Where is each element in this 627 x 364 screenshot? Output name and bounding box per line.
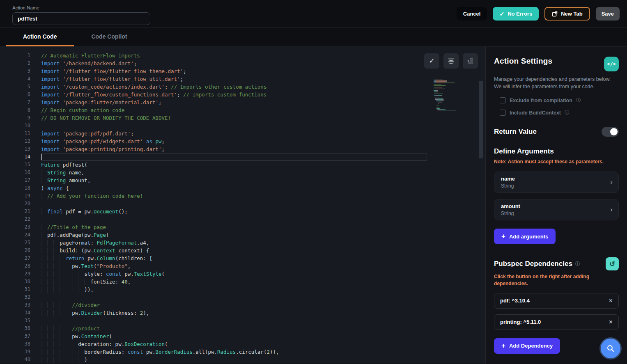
remove-dependency-icon[interactable]: × (609, 298, 613, 304)
action-name-input[interactable] (12, 12, 150, 25)
indent-code-button[interactable] (463, 53, 478, 69)
toggle-code-view-button[interactable]: </> (604, 57, 619, 71)
code-line[interactable]: 9// DO NOT REMOVE OR MODIFY THE CODE ABO… (0, 114, 485, 122)
code-line[interactable]: 2import '/backend/backend.dart'; (0, 60, 485, 67)
line-number: 34 (0, 309, 41, 317)
open-new-tab-icon (552, 11, 558, 17)
refresh-dependencies-button[interactable]: ↺ (606, 257, 619, 270)
code-line[interactable]: 19 // Add your function code here! (0, 192, 485, 200)
new-tab-button[interactable]: New Tab (544, 7, 590, 21)
code-line[interactable]: 25 pageFormat: PdfPageFormat.a4, (0, 239, 485, 247)
code-line[interactable]: 17 String amount, (0, 176, 485, 184)
return-value-label: Return Value (494, 128, 537, 136)
code-line[interactable]: 11import 'package:pdf/pdf.dart'; (0, 130, 485, 137)
line-content: style: const pw.TextStyle( (41, 270, 427, 278)
checkbox[interactable] (500, 110, 506, 116)
line-number: 14 (0, 153, 41, 161)
code-line[interactable]: 33 //divider (0, 301, 485, 309)
format-code-button[interactable] (443, 53, 459, 69)
line-content (41, 153, 427, 161)
no-errors-button[interactable]: ✓ No Errors (493, 7, 539, 21)
pubspec-header: Pubspec Dependencies ⓘ ↺ (494, 257, 619, 270)
minimap[interactable] (434, 79, 463, 112)
line-content: import '/custom_code/actions/index.dart'… (41, 83, 427, 91)
code-line[interactable]: 7import 'package:flutter/material.dart'; (0, 98, 485, 106)
code-line[interactable]: 35 (0, 317, 485, 325)
code-line[interactable]: 16 String name, (0, 169, 485, 176)
indent-icon (467, 57, 474, 64)
line-content: final pdf = pw.Document(); (41, 208, 427, 215)
line-content: pw.Text("Producto", (41, 262, 427, 270)
line-number: 40 (0, 356, 41, 364)
code-line[interactable]: 30 fontSize: 40, (0, 278, 485, 286)
line-content: ) (41, 356, 427, 364)
code-line[interactable]: 39 borderRadius: const pw.BorderRadius.a… (0, 348, 485, 356)
code-line[interactable]: 22 (0, 215, 485, 223)
line-number: 30 (0, 278, 41, 286)
line-number: 16 (0, 169, 41, 176)
text-cursor (41, 154, 42, 160)
argument-name: amount (501, 203, 612, 209)
line-content: // Automatic FlutterFlow imports (41, 52, 427, 60)
line-number: 39 (0, 348, 41, 356)
add-dependency-button[interactable]: + Add Dependency (494, 338, 560, 354)
scrollbar-thumb[interactable] (479, 81, 483, 158)
code-line[interactable]: 12import 'package:pdf/widgets.dart' as p… (0, 137, 485, 145)
code-line[interactable]: 37 pw.Container( (0, 332, 485, 340)
add-arguments-button[interactable]: + Add arguments (494, 229, 556, 244)
line-number: 1 (0, 52, 41, 60)
code-line[interactable]: 24 pdf.addPage(pw.Page( (0, 231, 485, 239)
argument-card[interactable]: nameString› (494, 172, 619, 193)
line-number: 17 (0, 176, 41, 184)
tab-code-copilot[interactable]: Code Copilot (74, 28, 144, 46)
line-content: String name, (41, 169, 427, 176)
code-line[interactable]: 8// Begin custom action code (0, 106, 485, 114)
line-content: import 'package:pdf/widgets.dart' as pw; (41, 137, 427, 145)
code-line[interactable]: 10 (0, 122, 485, 130)
code-line[interactable]: 5import '/custom_code/actions/index.dart… (0, 83, 485, 91)
search-fab[interactable] (601, 339, 620, 358)
code-line[interactable]: 40 ) (0, 356, 485, 364)
top-actions: Cancel ✓ No Errors New Tab Save (457, 7, 620, 21)
code-line[interactable]: 29 style: const pw.TextStyle( (0, 270, 485, 278)
checkbox[interactable] (500, 97, 506, 103)
code-line[interactable]: 38 decoration: pw.BoxDecoration( (0, 340, 485, 348)
info-icon: ⓘ (575, 261, 580, 268)
pubspec-title: Pubspec Dependencies (494, 260, 572, 268)
line-number: 19 (0, 192, 41, 200)
line-content: // DO NOT REMOVE OR MODIFY THE CODE ABOV… (41, 114, 427, 122)
code-line[interactable]: 28 pw.Text("Producto", (0, 262, 485, 270)
code-line[interactable]: 18) async { (0, 184, 485, 192)
code-line[interactable]: 31 )), (0, 286, 485, 293)
return-value-toggle[interactable] (602, 127, 619, 137)
code-line[interactable]: 1// Automatic FlutterFlow imports (0, 52, 485, 60)
code-line[interactable]: 13import 'package:printing/printing.dart… (0, 145, 485, 153)
code-line[interactable]: 6import '/flutter_flow/custom_functions.… (0, 91, 485, 98)
line-number: 27 (0, 254, 41, 262)
code-line[interactable]: 20 (0, 200, 485, 208)
line-content (41, 122, 427, 130)
code-line[interactable]: 26 build: (pw.Context context) { (0, 247, 485, 254)
validate-code-button[interactable]: ✓ (424, 53, 439, 69)
code-editor[interactable]: 1// Automatic FlutterFlow imports2import… (0, 47, 486, 364)
line-content: import '/flutter_flow/flutter_flow_theme… (41, 67, 427, 75)
line-number: 5 (0, 83, 41, 91)
code-line[interactable]: 34 pw.Divider(thickness: 2), (0, 309, 485, 317)
action-name-field: Action Name (12, 3, 150, 25)
checkbox-row: Exclude from compilationⓘ (500, 97, 619, 104)
code-line[interactable]: 27 return pw.Column(children: [ (0, 254, 485, 262)
code-line[interactable]: 14 (0, 153, 485, 161)
code-line[interactable]: 3import '/flutter_flow/flutter_flow_them… (0, 67, 485, 75)
line-number: 9 (0, 114, 41, 122)
code-line[interactable]: 36 //product (0, 325, 485, 332)
code-line[interactable]: 15Future pdfTest( (0, 161, 485, 169)
tab-action-code[interactable]: Action Code (6, 28, 74, 46)
code-line[interactable]: 23 //Title of the page (0, 223, 485, 231)
cancel-button[interactable]: Cancel (457, 7, 487, 21)
code-line[interactable]: 4import '/flutter_flow/flutter_flow_util… (0, 75, 485, 83)
argument-card[interactable]: amountString› (494, 199, 619, 220)
remove-dependency-icon[interactable]: × (609, 319, 613, 325)
code-line[interactable]: 32 (0, 293, 485, 301)
save-button[interactable]: Save (596, 7, 620, 21)
code-line[interactable]: 21 final pdf = pw.Document(); (0, 208, 485, 215)
